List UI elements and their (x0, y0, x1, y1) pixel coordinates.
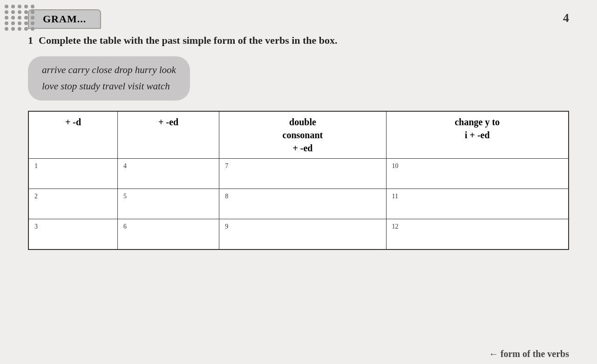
exercise-number: 1 (28, 34, 33, 46)
table-row: 3 6 9 12 (28, 219, 569, 249)
cell-3-2[interactable]: 6 (117, 219, 219, 249)
dots-decoration (5, 5, 35, 31)
cell-number-3: 3 (34, 223, 112, 230)
cell-number-8: 8 (225, 193, 380, 200)
cell-1-4[interactable]: 10 (386, 159, 569, 189)
exercise-instruction: Complete the table with the past simple … (39, 34, 338, 46)
cell-number-7: 7 (225, 162, 380, 170)
col-header-4: change y toi + -ed (386, 111, 569, 159)
cell-2-2[interactable]: 5 (117, 189, 219, 219)
grammar-table: + -d + -ed doubleconsonant+ -ed change y… (28, 111, 569, 250)
cell-number-4: 4 (123, 162, 213, 170)
cell-number-12: 12 (392, 223, 563, 230)
col-header-1: + -d (28, 111, 117, 159)
page: GRAM... 4 1 Complete the table with the … (0, 0, 597, 364)
table-row: 2 5 8 11 (28, 189, 569, 219)
cell-3-4[interactable]: 12 (386, 219, 569, 249)
cell-3-1[interactable]: 3 (28, 219, 117, 249)
cell-number-11: 11 (392, 193, 563, 200)
col-header-3: doubleconsonant+ -ed (219, 111, 386, 159)
page-number: 4 (563, 9, 569, 25)
cell-number-10: 10 (392, 162, 563, 170)
cell-3-3[interactable]: 9 (219, 219, 386, 249)
table-header-row: + -d + -ed doubleconsonant+ -ed change y… (28, 111, 569, 159)
cell-number-1: 1 (34, 162, 112, 170)
cell-number-5: 5 (123, 193, 213, 200)
cell-2-4[interactable]: 11 (386, 189, 569, 219)
word-box: arrive carry close drop hurry look love … (28, 56, 190, 101)
cell-2-3[interactable]: 8 (219, 189, 386, 219)
cell-2-1[interactable]: 2 (28, 189, 117, 219)
exercise-block: 1 Complete the table with the past simpl… (28, 34, 569, 48)
cell-number-9: 9 (225, 223, 380, 230)
cell-1-2[interactable]: 4 (117, 159, 219, 189)
bottom-hint: ← form of the verbs (489, 349, 569, 359)
grammar-tab: GRAM... (28, 9, 101, 29)
col-header-2: + -ed (117, 111, 219, 159)
word-box-line1: arrive carry close drop hurry look (42, 62, 176, 79)
cell-number-6: 6 (123, 223, 213, 230)
cell-1-3[interactable]: 7 (219, 159, 386, 189)
cell-1-1[interactable]: 1 (28, 159, 117, 189)
table-row: 1 4 7 10 (28, 159, 569, 189)
word-box-line2: love stop study travel visit watch (42, 78, 176, 95)
top-header: GRAM... 4 (28, 9, 569, 29)
cell-number-2: 2 (34, 193, 112, 200)
